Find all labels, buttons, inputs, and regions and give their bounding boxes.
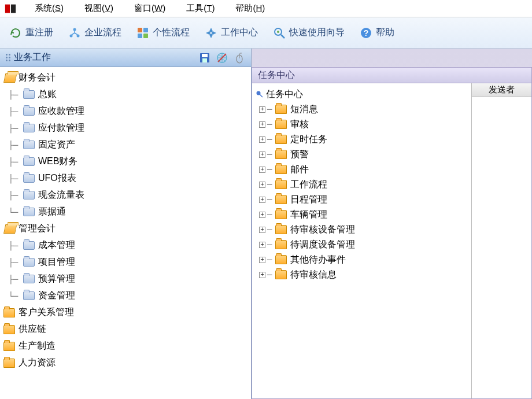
expand-plus-icon[interactable]: + [259, 197, 265, 203]
tree-line-icon: ├─ [3, 124, 23, 133]
tree-line-icon: └─ [3, 208, 23, 217]
left-panel-title: 业务工作 [14, 51, 51, 64]
svg-rect-15 [202, 54, 208, 57]
task-item[interactable]: +─预警 [256, 147, 468, 162]
task-item[interactable]: +─车辆管理 [256, 207, 468, 222]
task-root-label: 任务中心 [266, 88, 303, 101]
expand-plus-icon[interactable]: + [259, 167, 265, 173]
tree-category[interactable]: 财务会计 [0, 69, 251, 86]
expand-plus-icon[interactable]: + [259, 152, 265, 158]
tree-category[interactable]: 生产制造 [0, 338, 251, 354]
left-panel-header: 业务工作 [0, 49, 251, 67]
tree-item[interactable]: ├─应收款管理 [0, 103, 251, 120]
expand-plus-icon[interactable]: + [259, 242, 265, 248]
expand-plus-icon[interactable]: + [259, 182, 265, 188]
task-item[interactable]: +─定时任务 [256, 132, 468, 147]
expand-plus-icon[interactable]: + [259, 257, 265, 263]
folder-closed-icon [3, 308, 15, 317]
expand-plus-icon[interactable]: + [259, 121, 265, 128]
menu-s[interactable]: 系统(S) [24, 3, 74, 14]
folder-blue-icon [23, 124, 35, 132]
sender-column-header[interactable]: 发送者 [472, 83, 531, 97]
menu-t[interactable]: 工具(T) [176, 3, 225, 14]
task-item[interactable]: +─待调度设备管理 [256, 237, 468, 252]
folder-open-icon [3, 224, 17, 234]
tree-item[interactable]: └─资金管理 [0, 287, 251, 304]
tree-item[interactable]: ├─成本管理 [0, 237, 251, 254]
expand-plus-icon[interactable]: + [259, 106, 265, 113]
folder-blue-icon [23, 275, 35, 283]
tree-item[interactable]: ├─WEB财务 [0, 153, 251, 170]
expand-plus-icon[interactable]: + [259, 272, 265, 278]
toolbar-help-button[interactable]: ?帮助 [356, 24, 398, 42]
toolbar-compass-button[interactable]: 工作中心 [201, 24, 261, 42]
tree-line-icon: ├─ [3, 90, 23, 99]
folder-closed-icon [3, 325, 15, 334]
task-root-node[interactable]: 任务中心 [256, 87, 468, 102]
custom-icon [136, 27, 149, 39]
tree-item[interactable]: ├─固定资产 [0, 136, 251, 153]
mouse-icon[interactable] [234, 52, 245, 64]
save-icon[interactable] [199, 52, 210, 64]
folder-blue-icon [23, 174, 35, 183]
tree-item[interactable]: ├─现金流量表 [0, 187, 251, 204]
expand-plus-icon[interactable]: + [259, 227, 265, 233]
task-item[interactable]: +─待审核信息 [256, 267, 468, 282]
folder-closed-icon [275, 105, 287, 114]
menu-v[interactable]: 视图(V) [74, 3, 124, 14]
right-panel: 任务中心 任务中心 +─短消息+─审核+─定时任务+─预警+─邮件+─工作流程+… [252, 49, 532, 399]
task-item[interactable]: +─短消息 [256, 102, 468, 117]
tree-item[interactable]: └─票据通 [0, 204, 251, 220]
globe-disabled-icon[interactable] [216, 52, 228, 64]
folder-closed-icon [275, 240, 287, 249]
tree-item[interactable]: ├─UFO报表 [0, 170, 251, 187]
task-item[interactable]: +─邮件 [256, 162, 468, 177]
tree-item[interactable]: ├─项目管理 [0, 254, 251, 271]
toolbar-wizard-button[interactable]: 快速使用向导 [269, 24, 348, 42]
folder-closed-icon [275, 255, 287, 264]
task-item[interactable]: +─日程管理 [256, 192, 468, 207]
tree-category[interactable]: 客户关系管理 [0, 304, 251, 321]
menu-w[interactable]: 窗口(W) [124, 3, 176, 14]
tree-line-icon: ├─ [3, 241, 23, 250]
svg-rect-0 [5, 4, 10, 13]
task-item[interactable]: +─待审核设备管理 [256, 222, 468, 237]
task-item[interactable]: +─审核 [256, 117, 468, 132]
wizard-icon [273, 27, 286, 39]
tree-line-icon: ├─ [3, 191, 23, 200]
tree-category[interactable]: 管理会计 [0, 220, 251, 237]
task-item[interactable]: +─工作流程 [256, 177, 468, 192]
folder-closed-icon [275, 165, 287, 174]
menu-h[interactable]: 帮助(H) [225, 3, 275, 14]
folder-blue-icon [23, 258, 35, 267]
folder-closed-icon [275, 150, 287, 159]
svg-rect-6 [143, 28, 148, 32]
toolbar-refresh-button[interactable]: 重注册 [6, 24, 57, 42]
task-item[interactable]: +─其他待办事件 [256, 252, 468, 267]
compass-icon [205, 27, 217, 39]
folder-blue-icon [23, 107, 35, 116]
tree-category[interactable]: 人力资源 [0, 354, 251, 371]
tree-item[interactable]: ├─应付款管理 [0, 120, 251, 136]
svg-rect-5 [138, 28, 142, 32]
svg-line-10 [281, 35, 285, 38]
tree-line-icon: ├─ [3, 157, 23, 167]
task-center-title: 任务中心 [258, 69, 295, 82]
tree-item[interactable]: ├─总账 [0, 86, 251, 103]
main-area: 业务工作 财务会计 ├─总账 ├─应收款管理 ├─应付款管理 ├─固定资产 ├─… [0, 49, 532, 399]
folder-closed-icon [275, 135, 287, 144]
tree-item[interactable]: ├─预算管理 [0, 271, 251, 287]
tree-line-icon: ├─ [3, 258, 23, 267]
sender-column: 发送者 [471, 83, 531, 398]
expand-plus-icon[interactable]: + [259, 212, 265, 218]
tree-category[interactable]: 供应链 [0, 321, 251, 338]
business-tree: 财务会计 ├─总账 ├─应收款管理 ├─应付款管理 ├─固定资产 ├─WEB财务… [0, 67, 251, 399]
toolbar-org-button[interactable]: 企业流程 [65, 24, 125, 42]
task-center-header: 任务中心 [252, 67, 532, 83]
folder-closed-icon [275, 195, 287, 204]
svg-rect-7 [138, 34, 142, 38]
folder-blue-icon [23, 291, 35, 300]
folder-closed-icon [275, 120, 287, 129]
expand-plus-icon[interactable]: + [259, 136, 265, 143]
toolbar-custom-button[interactable]: 个性流程 [133, 24, 193, 42]
